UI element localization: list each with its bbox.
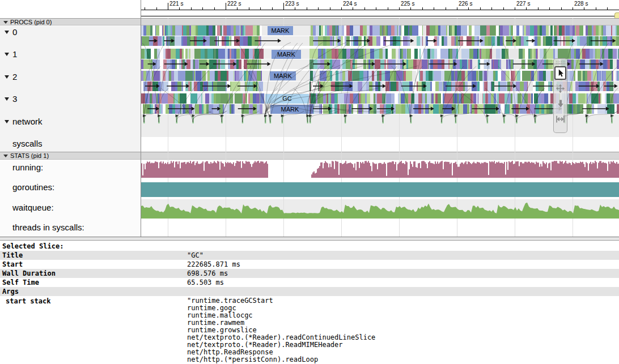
mark-slice[interactable]: MARK: [270, 105, 310, 114]
zoom-arrow-icon: [556, 99, 565, 108]
palette-drag-handle-icon[interactable]: [556, 61, 565, 65]
goroutines-chart[interactable]: [141, 182, 619, 197]
stats-track-labels: running: goroutines: waitqueue: threads …: [0, 160, 141, 237]
procs-track-labels: 0 1 2 3 network syscalls: [0, 26, 141, 152]
collapse-triangle-icon[interactable]: [3, 155, 8, 157]
sidebar-item-proc-1[interactable]: 1: [0, 49, 141, 61]
selected-slice-panel: Selected Slice: Title "GC" Start 222685.…: [0, 241, 619, 364]
zoom-tool-button[interactable]: [554, 97, 566, 110]
field-row-start: Start 222685.871 ms: [0, 260, 619, 269]
procs-header-label: PROCS (pid 0): [10, 19, 52, 25]
timing-range-icon: [556, 114, 565, 124]
sidebar-divider: [141, 0, 141, 237]
pan-arrows-icon: [556, 84, 565, 93]
slice-band[interactable]: [141, 36, 619, 46]
slice-band[interactable]: [141, 104, 619, 114]
sidebar-item-waitqueue[interactable]: waitqueue:: [0, 203, 141, 214]
selection-tool-button[interactable]: [554, 66, 566, 80]
field-row-self-time: Self Time 65.503 ms: [0, 278, 619, 287]
panel-divider[interactable]: [0, 237, 619, 241]
slice-band[interactable]: [141, 93, 619, 104]
disclosure-triangle-icon[interactable]: [5, 31, 9, 34]
slice-band[interactable]: [141, 82, 619, 91]
waitqueue-chart[interactable]: [141, 199, 619, 219]
disclosure-triangle-icon[interactable]: [5, 97, 9, 101]
collapse-triangle-icon[interactable]: [3, 21, 8, 24]
timeline-canvas[interactable]: MARKMARKMARKGCMARK: [141, 0, 619, 237]
gc-slice[interactable]: GC: [265, 94, 309, 104]
slice-band[interactable]: [141, 49, 619, 59]
args-header-row: Args: [0, 287, 619, 296]
disclosure-triangle-icon[interactable]: [5, 53, 9, 56]
stack-trace: "runtime.traceGCStart runtime.gogc runti…: [187, 297, 375, 363]
mark-slice[interactable]: MARK: [268, 26, 293, 35]
sidebar-item-proc-2[interactable]: 2: [0, 72, 141, 83]
cursor-arrow-icon: [556, 68, 565, 78]
pan-tool-button[interactable]: [554, 82, 566, 95]
sidebar-item-network[interactable]: network: [0, 117, 141, 128]
slice-band[interactable]: [141, 59, 619, 69]
sidebar-item-goroutines[interactable]: goroutines:: [0, 182, 141, 194]
disclosure-triangle-icon[interactable]: [5, 75, 9, 79]
disclosure-triangle-icon[interactable]: [5, 120, 9, 123]
sidebar-item-syscalls[interactable]: syscalls: [0, 139, 141, 150]
mark-slice[interactable]: MARK: [270, 71, 296, 80]
sidebar-item-running[interactable]: running:: [0, 162, 141, 174]
slice-band[interactable]: [141, 71, 619, 81]
track-background: [141, 114, 619, 137]
timing-tool-button[interactable]: [554, 112, 566, 126]
sidebar-item-proc-0[interactable]: 0: [0, 27, 141, 38]
field-row-wall-duration: Wall Duration 698.576 ms: [0, 269, 619, 278]
selected-slice-title: Selected Slice:: [2, 242, 63, 250]
sidebar-item-proc-3[interactable]: 3: [0, 94, 141, 105]
slice-band[interactable]: [141, 25, 619, 36]
trace-viewer: 221 s222 s223 s224 s225 s226 s227 s228 s…: [0, 0, 619, 364]
field-row-title: Title "GC": [0, 251, 619, 260]
mode-selector-palette: [553, 58, 567, 133]
mark-slice[interactable]: MARK: [272, 50, 301, 59]
stats-header-label: STATS (pid 1): [10, 152, 49, 159]
running-chart[interactable]: [141, 161, 619, 178]
sidebar-item-threads-in-syscalls[interactable]: threads in syscalls:: [0, 222, 141, 234]
